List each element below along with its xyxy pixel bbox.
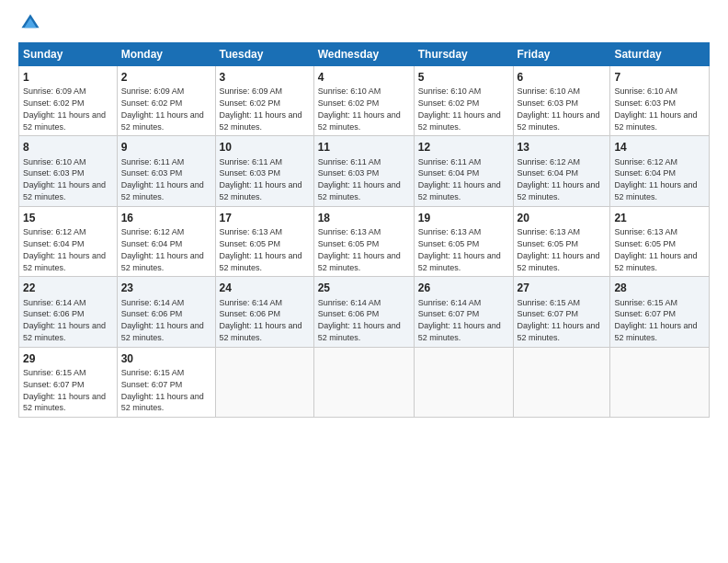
calendar-cell: 5Sunrise: 6:10 AMSunset: 6:02 PMDaylight… (414, 66, 513, 136)
calendar-cell: 6Sunrise: 6:10 AMSunset: 6:03 PMDaylight… (513, 66, 610, 136)
calendar-cell: 13Sunrise: 6:12 AMSunset: 6:04 PMDayligh… (513, 136, 610, 206)
day-number: 15 (23, 211, 113, 225)
calendar-cell (513, 347, 610, 417)
column-header-sunday: Sunday (19, 43, 118, 66)
day-number: 24 (220, 281, 310, 295)
calendar-week-row: 22Sunrise: 6:14 AMSunset: 6:06 PMDayligh… (19, 277, 710, 347)
day-number: 2 (121, 70, 211, 85)
calendar-cell: 18Sunrise: 6:13 AMSunset: 6:05 PMDayligh… (313, 206, 414, 276)
day-info: Sunrise: 6:12 AMSunset: 6:04 PMDaylight:… (614, 157, 697, 201)
day-info: Sunrise: 6:09 AMSunset: 6:02 PMDaylight:… (220, 86, 302, 131)
day-info: Sunrise: 6:14 AMSunset: 6:06 PMDaylight:… (121, 298, 204, 342)
day-info: Sunrise: 6:12 AMSunset: 6:04 PMDaylight:… (23, 227, 106, 271)
calendar-cell (215, 347, 313, 417)
column-header-tuesday: Tuesday (215, 43, 313, 66)
day-number: 22 (23, 281, 113, 295)
calendar-cell: 16Sunrise: 6:12 AMSunset: 6:04 PMDayligh… (117, 206, 215, 276)
calendar-cell: 27Sunrise: 6:15 AMSunset: 6:07 PMDayligh… (513, 277, 610, 347)
calendar-cell: 22Sunrise: 6:14 AMSunset: 6:06 PMDayligh… (19, 277, 118, 347)
calendar-cell: 19Sunrise: 6:13 AMSunset: 6:05 PMDayligh… (414, 206, 513, 276)
day-info: Sunrise: 6:13 AMSunset: 6:05 PMDaylight:… (220, 227, 302, 271)
day-info: Sunrise: 6:10 AMSunset: 6:02 PMDaylight:… (418, 86, 501, 131)
day-number: 10 (220, 140, 310, 155)
day-info: Sunrise: 6:13 AMSunset: 6:05 PMDaylight:… (418, 227, 501, 271)
calendar-cell (313, 347, 414, 417)
day-number: 17 (220, 211, 310, 225)
day-info: Sunrise: 6:12 AMSunset: 6:04 PMDaylight:… (121, 227, 204, 271)
calendar-week-row: 15Sunrise: 6:12 AMSunset: 6:04 PMDayligh… (19, 206, 710, 276)
logo (18, 17, 42, 33)
calendar-cell: 7Sunrise: 6:10 AMSunset: 6:03 PMDaylight… (610, 66, 710, 136)
day-number: 12 (418, 140, 509, 155)
calendar-cell: 11Sunrise: 6:11 AMSunset: 6:03 PMDayligh… (313, 136, 414, 206)
column-header-wednesday: Wednesday (313, 43, 414, 66)
column-header-friday: Friday (513, 43, 610, 66)
day-info: Sunrise: 6:09 AMSunset: 6:02 PMDaylight:… (121, 86, 204, 131)
day-info: Sunrise: 6:14 AMSunset: 6:06 PMDaylight:… (23, 298, 106, 342)
day-number: 18 (318, 211, 410, 225)
day-number: 20 (518, 211, 607, 225)
calendar-cell: 10Sunrise: 6:11 AMSunset: 6:03 PMDayligh… (215, 136, 313, 206)
calendar-cell (610, 347, 710, 417)
calendar-cell: 28Sunrise: 6:15 AMSunset: 6:07 PMDayligh… (610, 277, 710, 347)
calendar-cell: 15Sunrise: 6:12 AMSunset: 6:04 PMDayligh… (19, 206, 118, 276)
day-number: 27 (518, 281, 607, 295)
calendar-cell: 1Sunrise: 6:09 AMSunset: 6:02 PMDaylight… (19, 66, 118, 136)
day-number: 7 (614, 70, 705, 85)
day-number: 28 (614, 281, 705, 295)
calendar-cell: 29Sunrise: 6:15 AMSunset: 6:07 PMDayligh… (19, 347, 118, 417)
column-header-saturday: Saturday (610, 43, 710, 66)
calendar-cell (414, 347, 513, 417)
calendar-header-row: SundayMondayTuesdayWednesdayThursdayFrid… (19, 43, 710, 66)
day-number: 9 (121, 140, 211, 155)
header (18, 17, 710, 33)
day-info: Sunrise: 6:15 AMSunset: 6:07 PMDaylight:… (23, 368, 106, 412)
calendar-cell: 26Sunrise: 6:14 AMSunset: 6:07 PMDayligh… (414, 277, 513, 347)
day-number: 30 (121, 351, 211, 366)
day-info: Sunrise: 6:15 AMSunset: 6:07 PMDaylight:… (614, 298, 697, 342)
day-info: Sunrise: 6:15 AMSunset: 6:07 PMDaylight:… (518, 298, 600, 342)
day-number: 23 (121, 281, 211, 295)
day-info: Sunrise: 6:11 AMSunset: 6:03 PMDaylight:… (121, 157, 204, 201)
day-info: Sunrise: 6:13 AMSunset: 6:05 PMDaylight:… (318, 227, 401, 271)
day-info: Sunrise: 6:11 AMSunset: 6:04 PMDaylight:… (418, 157, 501, 201)
calendar-week-row: 1Sunrise: 6:09 AMSunset: 6:02 PMDaylight… (19, 66, 710, 136)
day-info: Sunrise: 6:10 AMSunset: 6:02 PMDaylight:… (318, 86, 401, 131)
calendar-cell: 9Sunrise: 6:11 AMSunset: 6:03 PMDaylight… (117, 136, 215, 206)
day-info: Sunrise: 6:13 AMSunset: 6:05 PMDaylight:… (518, 227, 600, 271)
day-number: 13 (518, 140, 607, 155)
column-header-thursday: Thursday (414, 43, 513, 66)
column-header-monday: Monday (117, 43, 215, 66)
day-info: Sunrise: 6:10 AMSunset: 6:03 PMDaylight:… (23, 157, 106, 201)
day-number: 25 (318, 281, 410, 295)
day-info: Sunrise: 6:09 AMSunset: 6:02 PMDaylight:… (23, 86, 106, 131)
day-number: 1 (23, 70, 113, 85)
day-info: Sunrise: 6:11 AMSunset: 6:03 PMDaylight:… (220, 157, 302, 201)
logo-icon (20, 13, 40, 33)
calendar-table: SundayMondayTuesdayWednesdayThursdayFrid… (18, 42, 710, 418)
day-number: 3 (220, 70, 310, 85)
day-info: Sunrise: 6:11 AMSunset: 6:03 PMDaylight:… (318, 157, 401, 201)
day-info: Sunrise: 6:15 AMSunset: 6:07 PMDaylight:… (121, 368, 204, 412)
page: SundayMondayTuesdayWednesdayThursdayFrid… (0, 0, 728, 563)
calendar-week-row: 8Sunrise: 6:10 AMSunset: 6:03 PMDaylight… (19, 136, 710, 206)
day-info: Sunrise: 6:10 AMSunset: 6:03 PMDaylight:… (518, 86, 600, 131)
calendar-cell: 30Sunrise: 6:15 AMSunset: 6:07 PMDayligh… (117, 347, 215, 417)
day-info: Sunrise: 6:14 AMSunset: 6:06 PMDaylight:… (318, 298, 401, 342)
day-info: Sunrise: 6:14 AMSunset: 6:07 PMDaylight:… (418, 298, 501, 342)
calendar-cell: 17Sunrise: 6:13 AMSunset: 6:05 PMDayligh… (215, 206, 313, 276)
calendar-week-row: 29Sunrise: 6:15 AMSunset: 6:07 PMDayligh… (19, 347, 710, 417)
day-number: 21 (614, 211, 705, 225)
day-number: 11 (318, 140, 410, 155)
calendar-cell: 24Sunrise: 6:14 AMSunset: 6:06 PMDayligh… (215, 277, 313, 347)
day-number: 5 (418, 70, 509, 85)
day-number: 6 (518, 70, 607, 85)
day-number: 19 (418, 211, 509, 225)
day-number: 14 (614, 140, 705, 155)
calendar-cell: 14Sunrise: 6:12 AMSunset: 6:04 PMDayligh… (610, 136, 710, 206)
day-info: Sunrise: 6:12 AMSunset: 6:04 PMDaylight:… (518, 157, 600, 201)
day-number: 16 (121, 211, 211, 225)
calendar-cell: 2Sunrise: 6:09 AMSunset: 6:02 PMDaylight… (117, 66, 215, 136)
day-info: Sunrise: 6:14 AMSunset: 6:06 PMDaylight:… (220, 298, 302, 342)
day-number: 4 (318, 70, 410, 85)
